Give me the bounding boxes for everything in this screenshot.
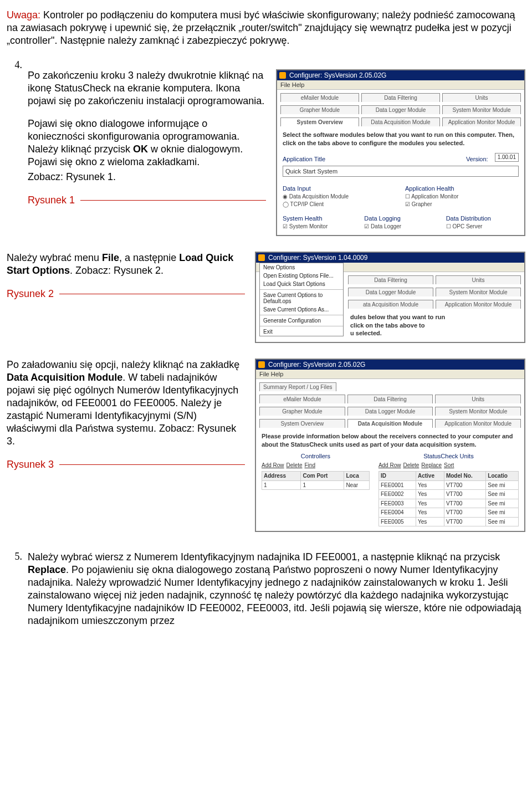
configurer-window-2: Configurer: SysVersion 1.04.0009 File He…	[255, 252, 525, 344]
see-fig1: Zobacz: Rysunek 1.	[28, 171, 266, 183]
step-5-number: 5.	[7, 551, 22, 630]
tab-grapher[interactable]: Grapher Module	[280, 105, 359, 114]
warning-paragraph: Uwaga: Kontroler po podłączeniu do kompu…	[7, 9, 525, 47]
btn-add-row-r[interactable]: Add Row	[378, 462, 401, 469]
paragraph-data-acq: Po załadowaniu się opcji, należy kliknąć…	[7, 359, 245, 448]
tab-data-acquisition-active[interactable]: Data Acquisition Module	[347, 419, 433, 428]
figure-1-caption: Rysunek 1	[28, 195, 266, 206]
uwaga-label: Uwaga:	[7, 9, 40, 21]
version-value: 1.00.01	[495, 153, 519, 162]
figure-3-caption: Rysunek 3	[7, 459, 245, 470]
tab-data-filtering[interactable]: Data Filtering	[361, 93, 440, 102]
window1-titlebar: Configurer: SysVersion 2.05.02G	[277, 70, 524, 80]
table-row[interactable]: FEE0001YesVT700See mi	[378, 480, 518, 490]
app-icon	[258, 361, 265, 368]
app-title-input[interactable]: Quick Start System	[283, 166, 519, 177]
step-4-body: Po zakończeniu kroku 3 należy dwukrotnie…	[28, 69, 266, 108]
tab-data-acquisition[interactable]: Data Acquisition Module	[361, 117, 440, 126]
menu-save-as[interactable]: Save Current Options As...	[260, 305, 343, 314]
tab-system-monitor[interactable]: System Monitor Module	[442, 105, 521, 114]
chk-opc-server[interactable]: OPC Server	[446, 223, 519, 231]
version-label: Version:	[466, 155, 488, 163]
chk-data-logger[interactable]: Data Logger	[364, 223, 437, 231]
btn-delete-l[interactable]: Delete	[287, 462, 303, 469]
radio-data-acquisition[interactable]: Data Acquisition Module	[283, 193, 396, 201]
table-row[interactable]: FEE0005YesVT700See mi	[378, 517, 518, 526]
tab-units[interactable]: Units	[442, 93, 521, 102]
btn-delete-r[interactable]: Delete	[403, 462, 419, 469]
step-5-body: Należy wybrać wiersz z Numerem Identyfik…	[28, 551, 525, 627]
chk-system-monitor[interactable]: System Monitor	[283, 223, 355, 231]
table-row[interactable]: FEE0002YesVT700See mi	[378, 490, 518, 499]
table-row[interactable]: FEE0003YesVT700See mi	[378, 499, 518, 508]
btn-add-row-l[interactable]: Add Row	[262, 462, 284, 469]
menu-generate-config[interactable]: Generate Configuration	[260, 316, 343, 325]
btn-sort[interactable]: Sort	[444, 462, 454, 469]
configurer-window-1: Configurer: SysVersion 2.05.02G File Hel…	[276, 69, 525, 236]
menu-save-default[interactable]: Save Current Options to Default.ops	[260, 291, 343, 305]
controllers-table[interactable]: Address Com Port Loca 1 1 Near	[262, 471, 370, 490]
app-title-label: Application Title	[283, 155, 325, 163]
figure-2-caption: Rysunek 2	[7, 288, 245, 300]
app-icon	[258, 254, 265, 261]
btn-find[interactable]: Find	[304, 462, 315, 469]
menu-load-quick-start[interactable]: Load Quick Start Options	[260, 280, 343, 288]
tab-emailer[interactable]: eMailer Module	[280, 93, 359, 102]
table-row[interactable]: FEE0004YesVT700See mi	[378, 508, 518, 518]
units-table[interactable]: IDActiveModel No.Locatio FEE0001YesVT700…	[378, 471, 519, 526]
warning-body: Kontroler po podłączeniu do komputera mu…	[7, 9, 515, 46]
window1-instruction: Select the software modules below that y…	[283, 131, 519, 147]
paragraph-file-load: Należy wybrać menu File, a następnie Loa…	[7, 252, 245, 277]
btn-replace[interactable]: Replace	[421, 462, 442, 469]
menu-exit[interactable]: Exit	[260, 328, 343, 336]
tab-system-overview[interactable]: System Overview	[280, 117, 359, 126]
configurer-window-3: Configurer: SysVersion 2.05.02G File Hel…	[255, 359, 525, 532]
file-menu-dropdown: New Options Open Existing Options File..…	[259, 263, 344, 336]
chk-grapher[interactable]: Grapher	[405, 201, 519, 208]
radio-tcp-client[interactable]: TCP/IP Client	[283, 201, 396, 208]
chk-app-monitor[interactable]: Application Monitor	[405, 193, 519, 201]
table-row[interactable]: 1 1 Near	[262, 480, 370, 490]
app-icon	[279, 72, 286, 79]
step-4-number: 4.	[7, 59, 22, 236]
window1-menubar[interactable]: File Help	[277, 80, 524, 90]
tab-app-monitor[interactable]: Application Monitor Module	[442, 117, 521, 126]
menu-new-options[interactable]: New Options	[260, 263, 343, 272]
menu-open-existing[interactable]: Open Existing Options File...	[260, 272, 343, 280]
dialog-paragraph: Pojawi się okno dialogowe informujące o …	[28, 117, 266, 168]
tab-data-logger[interactable]: Data Logger Module	[361, 105, 440, 114]
